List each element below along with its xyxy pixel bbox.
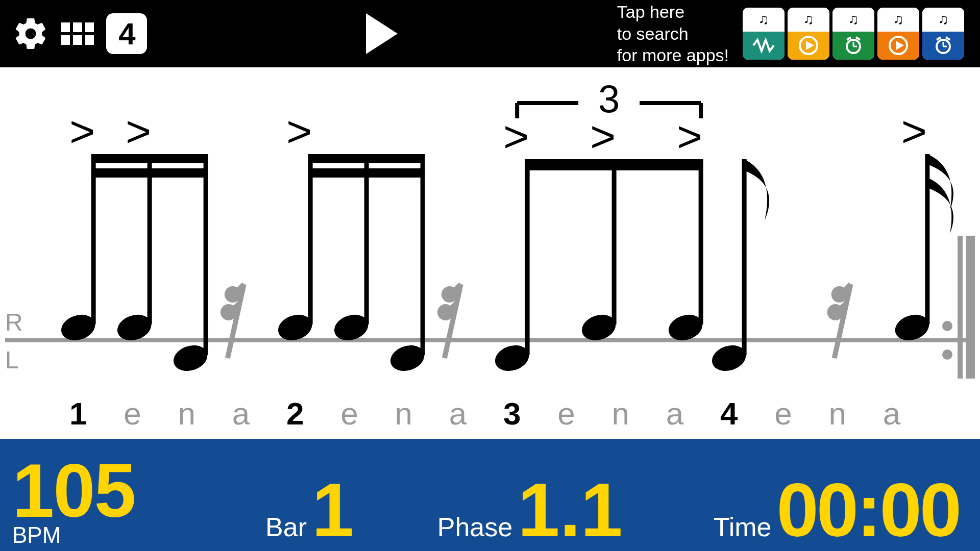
phase-value[interactable]: 1.1 <box>518 472 623 548</box>
bar-label: Bar <box>265 512 307 542</box>
bpm-value[interactable]: 105 <box>12 453 135 529</box>
app-tile-4[interactable]: ♫ <box>921 6 966 61</box>
svg-text:L: L <box>5 346 19 373</box>
grid-view-button[interactable] <box>61 22 94 45</box>
svg-rect-68 <box>525 159 703 170</box>
app-tile-icon <box>743 32 785 60</box>
app-tile-1[interactable]: ♫ <box>786 6 831 61</box>
app-tile-3[interactable]: ♫ <box>876 6 921 61</box>
time-label: Time <box>714 512 772 542</box>
play-button[interactable] <box>366 13 398 54</box>
svg-point-89 <box>942 321 952 331</box>
svg-rect-88 <box>966 236 975 379</box>
top-bar: 4 Tap here to search for more apps! ♫♫♫♫… <box>0 0 980 67</box>
bar-value[interactable]: 1 <box>312 472 354 548</box>
svg-line-6 <box>856 37 860 40</box>
app-tile-notation-icon: ♫ <box>922 8 964 32</box>
svg-text:n: n <box>828 396 846 431</box>
svg-text:e: e <box>774 396 792 431</box>
svg-text:n: n <box>611 396 629 431</box>
grid-icon <box>61 22 94 45</box>
svg-text:3: 3 <box>503 396 521 431</box>
notation-area[interactable]: RL1ena2ena3ena4ena>>>>>>3> <box>0 67 980 439</box>
gear-icon <box>12 15 49 52</box>
svg-text:a: a <box>666 396 684 431</box>
svg-text:4: 4 <box>720 396 738 431</box>
status-bar: 105 BPM Bar 1 Phase 1.1 Time 00:00 <box>0 439 980 551</box>
phase-label: Phase <box>437 512 512 542</box>
bpm-label: BPM <box>12 522 61 548</box>
app-strip: ♫♫♫♫♫ <box>741 6 968 61</box>
svg-text:>: > <box>677 112 702 161</box>
beat-count-value: 4 <box>118 16 134 52</box>
svg-text:e: e <box>557 396 575 431</box>
app-tile-icon <box>832 32 874 60</box>
app-tile-2[interactable]: ♫ <box>831 6 876 61</box>
svg-rect-55 <box>308 168 425 178</box>
app-tile-0[interactable]: ♫ <box>741 6 786 61</box>
app-tile-notation-icon: ♫ <box>832 8 874 32</box>
svg-line-5 <box>847 37 851 40</box>
app-tile-icon <box>922 32 964 60</box>
svg-text:e: e <box>124 396 141 431</box>
svg-line-13 <box>946 37 950 40</box>
svg-text:e: e <box>340 396 358 431</box>
app-tile-notation-icon: ♫ <box>743 8 785 32</box>
notation-svg: RL1ena2ena3ena4ena>>>>>>3> <box>0 67 980 439</box>
app-tile-notation-icon: ♫ <box>877 8 919 32</box>
search-apps-text[interactable]: Tap here to search for more apps! <box>617 1 729 66</box>
svg-text:>: > <box>126 107 151 156</box>
svg-text:a: a <box>232 396 250 431</box>
svg-rect-54 <box>308 154 425 163</box>
svg-rect-87 <box>958 236 963 379</box>
app-tile-notation-icon: ♫ <box>788 8 829 32</box>
svg-text:>: > <box>286 107 312 156</box>
app-tile-icon <box>877 32 919 60</box>
svg-line-12 <box>937 37 941 40</box>
svg-text:R: R <box>5 309 23 336</box>
svg-marker-8 <box>896 41 904 50</box>
svg-text:n: n <box>395 396 412 431</box>
svg-text:1: 1 <box>69 396 87 431</box>
svg-text:>: > <box>69 107 95 156</box>
time-value[interactable]: 00:00 <box>776 472 960 548</box>
svg-text:a: a <box>449 396 467 431</box>
svg-text:n: n <box>178 396 195 431</box>
svg-point-90 <box>942 349 952 360</box>
svg-text:2: 2 <box>286 396 304 431</box>
svg-rect-40 <box>91 168 208 178</box>
app-tile-icon <box>788 32 829 60</box>
svg-text:a: a <box>883 396 901 431</box>
beat-count-button[interactable]: 4 <box>106 13 147 54</box>
svg-text:3: 3 <box>598 77 620 120</box>
svg-marker-1 <box>806 41 814 50</box>
svg-text:>: > <box>503 112 529 161</box>
settings-button[interactable] <box>12 15 49 52</box>
svg-text:>: > <box>901 107 927 156</box>
